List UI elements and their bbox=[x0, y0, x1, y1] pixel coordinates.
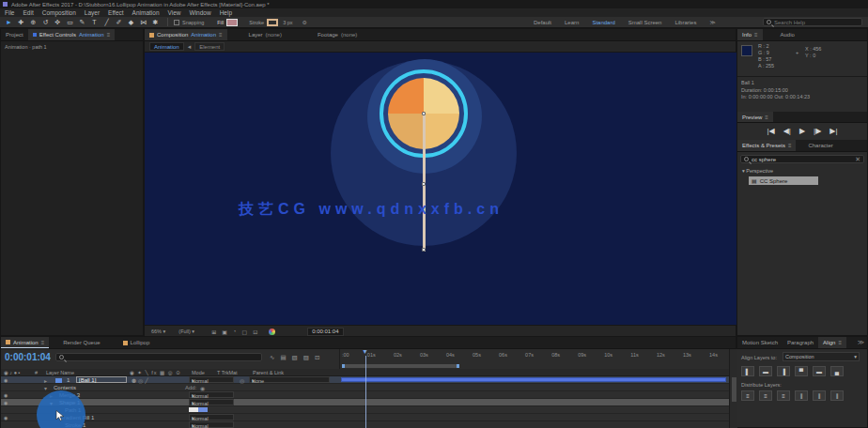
workspace-default[interactable]: Default bbox=[534, 20, 551, 25]
workspace-small-screen[interactable]: Small Screen bbox=[628, 20, 662, 25]
layer-name-box[interactable]: [Ball 1] bbox=[76, 376, 127, 383]
tab-audio[interactable]: Audio bbox=[776, 29, 799, 40]
column-trkmat[interactable]: T TrkMat bbox=[217, 370, 238, 375]
align-bottom-button[interactable]: ▄ bbox=[830, 366, 844, 376]
shape-tool[interactable]: ▭ bbox=[64, 19, 76, 26]
distribute-v-center-button[interactable]: ≡ bbox=[759, 390, 772, 401]
mode-select[interactable]: Normal▾ bbox=[189, 421, 234, 428]
eye-icon[interactable]: ◉ bbox=[4, 377, 8, 383]
timeline-toggle-icon-0[interactable]: ∿ bbox=[270, 354, 274, 361]
column-layer-name[interactable]: Layer Name bbox=[46, 370, 74, 375]
panel-menu-icon[interactable]: ≡ bbox=[219, 32, 223, 38]
align-left-button[interactable]: ▌ bbox=[741, 366, 754, 376]
text-tool[interactable]: T bbox=[88, 19, 101, 25]
viewer-icon-0[interactable]: ⊞ bbox=[211, 329, 216, 335]
viewer-timecode[interactable]: 0:00:01:04 bbox=[307, 328, 343, 336]
timeline-toggle-icon-1[interactable]: ▤ bbox=[280, 354, 286, 361]
label-color-chip[interactable] bbox=[55, 378, 62, 383]
clear-search-icon[interactable]: ✕ bbox=[855, 156, 860, 163]
mode-select[interactable]: Normal▾ bbox=[189, 391, 234, 398]
snapping-checkbox[interactable] bbox=[174, 20, 179, 25]
panel-menu-icon[interactable]: ≡ bbox=[41, 340, 45, 345]
timeline-toggle-icon-3[interactable]: ▨ bbox=[303, 354, 309, 361]
menu-item-3[interactable]: Layer bbox=[85, 9, 100, 16]
viewer-icon-2[interactable]: ◔ bbox=[233, 329, 237, 335]
play-button[interactable]: ▶ bbox=[799, 127, 805, 135]
path-vertex-top[interactable] bbox=[422, 112, 426, 115]
menu-item-7[interactable]: Window bbox=[190, 9, 211, 16]
eye-icon[interactable]: ◉ bbox=[4, 400, 8, 405]
mode-select[interactable]: Normal▾ bbox=[189, 376, 234, 383]
timeline-toggle-icon-4[interactable]: ⊡ bbox=[315, 354, 319, 361]
twirl-icon[interactable]: ▾ bbox=[44, 385, 47, 391]
rotate-tool[interactable]: ↺ bbox=[39, 19, 52, 26]
parent-select[interactable]: None▾ bbox=[249, 376, 330, 383]
zoom-level-select[interactable]: 66% ▾ bbox=[151, 329, 165, 334]
eye-icon[interactable]: ◉ bbox=[4, 415, 8, 420]
tab-project[interactable]: Project bbox=[1, 29, 28, 40]
distribute-bottom-button[interactable]: ≡ bbox=[777, 390, 790, 401]
panel-menu-icon[interactable]: ≡ bbox=[788, 143, 792, 148]
selection-tool[interactable]: ► bbox=[3, 19, 15, 25]
resolution-select[interactable]: (Full) ▾ bbox=[178, 329, 194, 334]
fill-swatch[interactable] bbox=[226, 19, 238, 26]
add-icon[interactable]: ◉ bbox=[200, 385, 205, 391]
panel-menu-icon[interactable]: ≡ bbox=[754, 32, 758, 38]
distribute-left-button[interactable]: ∥ bbox=[795, 390, 808, 401]
tab-timeline-lollipop[interactable]: Lollipop bbox=[118, 337, 155, 348]
work-area-bar[interactable] bbox=[342, 364, 459, 368]
help-search-input[interactable] bbox=[774, 20, 859, 25]
tab-footage[interactable]: Footage(none) bbox=[313, 29, 362, 40]
mode-select[interactable]: Normal▾ bbox=[189, 399, 234, 405]
menu-item-4[interactable]: Effect bbox=[108, 9, 124, 16]
stroke-swatch[interactable] bbox=[267, 19, 278, 26]
column-parent-link[interactable]: Parent & Link bbox=[253, 370, 284, 375]
pen-tool[interactable]: ✎ bbox=[76, 19, 88, 26]
puppet-tool[interactable]: ✱ bbox=[149, 19, 162, 26]
crumb-parent-comp[interactable]: Element bbox=[194, 42, 225, 51]
menu-item-5[interactable]: Animation bbox=[132, 9, 160, 16]
column-index[interactable]: # bbox=[35, 370, 38, 375]
column-mode[interactable]: Mode bbox=[192, 370, 205, 375]
workspace-more-icon[interactable]: ≫ bbox=[709, 19, 715, 25]
prev-frame-button[interactable]: ◀| bbox=[783, 127, 791, 135]
last-frame-button[interactable]: ▶| bbox=[829, 127, 837, 135]
twirl-icon[interactable]: ▸ bbox=[44, 377, 47, 384]
tab-effects-presets[interactable]: Effects & Presets ≡ bbox=[737, 140, 796, 151]
align-h-center-button[interactable]: ▬ bbox=[759, 366, 772, 376]
next-frame-button[interactable]: |▶ bbox=[814, 127, 821, 135]
align-target-select[interactable]: Composition▾ bbox=[783, 352, 860, 361]
stroke-width[interactable]: 3 px bbox=[283, 20, 292, 25]
current-timecode[interactable]: 0:00:01:04 bbox=[5, 352, 51, 362]
timeline-scrollbar[interactable] bbox=[729, 349, 737, 428]
viewer-icon-4[interactable]: ⊡ bbox=[253, 329, 257, 335]
distribute-top-button[interactable]: ≡ bbox=[741, 390, 754, 401]
scrollbar-thumb[interactable] bbox=[732, 377, 736, 402]
distribute-h-center-button[interactable]: ∥ bbox=[813, 390, 826, 401]
path-vertex-bottom[interactable] bbox=[422, 248, 426, 252]
tab-layer[interactable]: Layer(none) bbox=[244, 29, 287, 40]
panel-menu-icon[interactable]: ≡ bbox=[107, 32, 111, 38]
menu-item-6[interactable]: View bbox=[168, 9, 181, 16]
effects-search-input[interactable] bbox=[752, 157, 852, 162]
crumb-current-comp[interactable]: Animation bbox=[149, 42, 184, 51]
tab-effect-controls[interactable]: Effect Controls Animation ≡ bbox=[28, 29, 115, 40]
playhead-line[interactable] bbox=[365, 356, 366, 428]
panel-menu-icon[interactable]: ≡ bbox=[838, 340, 842, 345]
pickwhip-icon[interactable]: ◎ bbox=[240, 377, 244, 384]
layer-duration-bar[interactable] bbox=[341, 377, 726, 382]
playhead-icon[interactable]: ▼ bbox=[362, 348, 368, 355]
menu-item-8[interactable]: Help bbox=[220, 9, 232, 16]
timeline-search-input[interactable] bbox=[67, 355, 258, 360]
tab-paragraph[interactable]: Paragraph bbox=[783, 337, 818, 348]
path-value-chip[interactable] bbox=[189, 407, 208, 412]
tab-timeline-animation[interactable]: Animation ≡ bbox=[1, 337, 49, 348]
tab-character[interactable]: Character bbox=[803, 140, 837, 151]
tab-preview[interactable]: Preview ≡ bbox=[737, 112, 773, 122]
comp-viewport[interactable]: 技艺CG www.qdnxxfb.cn bbox=[145, 53, 737, 325]
menu-item-2[interactable]: Composition bbox=[42, 9, 76, 16]
brush-tool[interactable]: ╱ bbox=[101, 19, 113, 26]
eye-icon[interactable]: ◉ bbox=[4, 392, 8, 398]
distribute-right-button[interactable]: ∥ bbox=[830, 390, 844, 401]
viewer-icon-1[interactable]: ▣ bbox=[222, 329, 227, 335]
